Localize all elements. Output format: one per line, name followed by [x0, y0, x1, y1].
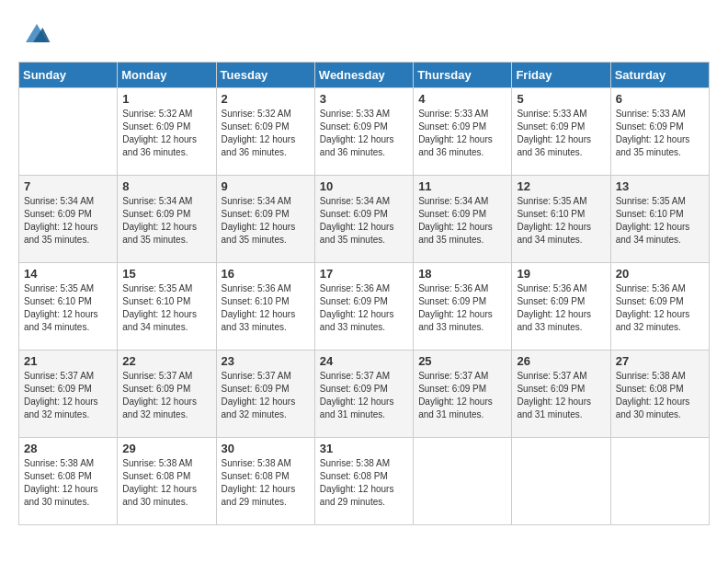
column-header-sunday: Sunday: [19, 63, 118, 88]
calendar-cell: [19, 88, 118, 176]
day-number: 15: [122, 267, 210, 281]
column-header-monday: Monday: [118, 63, 216, 88]
day-number: 4: [418, 92, 506, 106]
calendar-week-row: 21Sunrise: 5:37 AMSunset: 6:09 PMDayligh…: [19, 350, 710, 438]
day-number: 9: [222, 179, 310, 193]
day-number: 31: [320, 442, 408, 455]
calendar-cell: 20Sunrise: 5:36 AMSunset: 6:09 PMDayligh…: [610, 263, 709, 350]
logo: [18, 18, 51, 52]
calendar-cell: [512, 438, 610, 525]
day-number: 1: [122, 92, 210, 106]
day-info: Sunrise: 5:37 AMSunset: 6:09 PMDaylight:…: [24, 370, 112, 421]
day-number: 12: [517, 179, 605, 193]
day-info: Sunrise: 5:34 AMSunset: 6:09 PMDaylight:…: [320, 195, 408, 247]
day-number: 23: [222, 354, 310, 368]
day-number: 18: [418, 267, 506, 281]
calendar-cell: 13Sunrise: 5:35 AMSunset: 6:10 PMDayligh…: [610, 176, 709, 263]
day-number: 8: [122, 179, 210, 193]
page-header: [18, 18, 710, 52]
column-header-wednesday: Wednesday: [314, 63, 413, 88]
day-info: Sunrise: 5:32 AMSunset: 6:09 PMDaylight:…: [222, 108, 310, 159]
day-number: 22: [122, 354, 210, 368]
calendar-cell: 27Sunrise: 5:38 AMSunset: 6:08 PMDayligh…: [610, 350, 709, 438]
day-number: 29: [122, 442, 210, 455]
day-info: Sunrise: 5:38 AMSunset: 6:08 PMDaylight:…: [222, 457, 310, 509]
calendar-cell: 24Sunrise: 5:37 AMSunset: 6:09 PMDayligh…: [314, 350, 413, 438]
calendar-cell: 19Sunrise: 5:36 AMSunset: 6:09 PMDayligh…: [512, 263, 610, 350]
column-header-friday: Friday: [512, 63, 610, 88]
day-number: 13: [616, 179, 704, 193]
calendar-week-row: 14Sunrise: 5:35 AMSunset: 6:10 PMDayligh…: [19, 263, 710, 350]
calendar-week-row: 28Sunrise: 5:38 AMSunset: 6:08 PMDayligh…: [19, 438, 710, 525]
day-number: 6: [616, 92, 704, 106]
day-info: Sunrise: 5:37 AMSunset: 6:09 PMDaylight:…: [122, 370, 210, 421]
day-number: 3: [320, 92, 408, 106]
day-info: Sunrise: 5:38 AMSunset: 6:08 PMDaylight:…: [122, 457, 210, 509]
day-info: Sunrise: 5:33 AMSunset: 6:09 PMDaylight:…: [616, 108, 704, 159]
day-number: 30: [222, 442, 310, 455]
calendar-cell: 1Sunrise: 5:32 AMSunset: 6:09 PMDaylight…: [118, 88, 216, 176]
day-number: 26: [517, 354, 605, 368]
calendar-cell: 28Sunrise: 5:38 AMSunset: 6:08 PMDayligh…: [19, 438, 118, 525]
calendar-header-row: SundayMondayTuesdayWednesdayThursdayFrid…: [19, 63, 710, 88]
calendar-cell: 29Sunrise: 5:38 AMSunset: 6:08 PMDayligh…: [118, 438, 216, 525]
day-info: Sunrise: 5:34 AMSunset: 6:09 PMDaylight:…: [122, 195, 210, 247]
calendar-cell: [414, 438, 512, 525]
day-number: 27: [616, 354, 704, 368]
day-number: 28: [24, 442, 112, 455]
calendar-cell: 25Sunrise: 5:37 AMSunset: 6:09 PMDayligh…: [414, 350, 512, 438]
day-info: Sunrise: 5:38 AMSunset: 6:08 PMDaylight:…: [616, 370, 704, 421]
day-number: 11: [418, 179, 506, 193]
day-info: Sunrise: 5:35 AMSunset: 6:10 PMDaylight:…: [616, 195, 704, 247]
calendar-cell: 17Sunrise: 5:36 AMSunset: 6:09 PMDayligh…: [314, 263, 413, 350]
day-number: 20: [616, 267, 704, 281]
column-header-thursday: Thursday: [414, 63, 512, 88]
calendar-cell: 30Sunrise: 5:38 AMSunset: 6:08 PMDayligh…: [216, 438, 314, 525]
day-info: Sunrise: 5:37 AMSunset: 6:09 PMDaylight:…: [517, 370, 605, 421]
calendar-cell: 16Sunrise: 5:36 AMSunset: 6:10 PMDayligh…: [216, 263, 314, 350]
day-info: Sunrise: 5:36 AMSunset: 6:10 PMDaylight:…: [222, 282, 310, 334]
day-number: 10: [320, 179, 408, 193]
day-number: 7: [24, 179, 112, 193]
day-info: Sunrise: 5:36 AMSunset: 6:09 PMDaylight:…: [320, 282, 408, 334]
calendar-week-row: 7Sunrise: 5:34 AMSunset: 6:09 PMDaylight…: [19, 176, 710, 263]
calendar-cell: 26Sunrise: 5:37 AMSunset: 6:09 PMDayligh…: [512, 350, 610, 438]
logo-icon: [22, 18, 51, 48]
calendar-cell: 11Sunrise: 5:34 AMSunset: 6:09 PMDayligh…: [414, 176, 512, 263]
calendar-week-row: 1Sunrise: 5:32 AMSunset: 6:09 PMDaylight…: [19, 88, 710, 176]
day-info: Sunrise: 5:33 AMSunset: 6:09 PMDaylight:…: [418, 108, 506, 159]
day-info: Sunrise: 5:37 AMSunset: 6:09 PMDaylight:…: [222, 370, 310, 421]
day-info: Sunrise: 5:35 AMSunset: 6:10 PMDaylight:…: [517, 195, 605, 247]
day-number: 5: [517, 92, 605, 106]
calendar-cell: 14Sunrise: 5:35 AMSunset: 6:10 PMDayligh…: [19, 263, 118, 350]
day-info: Sunrise: 5:36 AMSunset: 6:09 PMDaylight:…: [616, 282, 704, 334]
day-info: Sunrise: 5:32 AMSunset: 6:09 PMDaylight:…: [122, 108, 210, 159]
calendar-cell: 15Sunrise: 5:35 AMSunset: 6:10 PMDayligh…: [118, 263, 216, 350]
day-info: Sunrise: 5:35 AMSunset: 6:10 PMDaylight:…: [122, 282, 210, 334]
calendar-cell: 9Sunrise: 5:34 AMSunset: 6:09 PMDaylight…: [216, 176, 314, 263]
day-info: Sunrise: 5:35 AMSunset: 6:10 PMDaylight:…: [24, 282, 112, 334]
calendar-cell: 7Sunrise: 5:34 AMSunset: 6:09 PMDaylight…: [19, 176, 118, 263]
day-info: Sunrise: 5:37 AMSunset: 6:09 PMDaylight:…: [418, 370, 506, 421]
day-info: Sunrise: 5:34 AMSunset: 6:09 PMDaylight:…: [24, 195, 112, 247]
day-info: Sunrise: 5:33 AMSunset: 6:09 PMDaylight:…: [517, 108, 605, 159]
day-info: Sunrise: 5:34 AMSunset: 6:09 PMDaylight:…: [222, 195, 310, 247]
day-number: 14: [24, 267, 112, 281]
day-number: 16: [222, 267, 310, 281]
calendar-cell: 21Sunrise: 5:37 AMSunset: 6:09 PMDayligh…: [19, 350, 118, 438]
day-number: 19: [517, 267, 605, 281]
calendar-cell: 31Sunrise: 5:38 AMSunset: 6:08 PMDayligh…: [314, 438, 413, 525]
day-number: 21: [24, 354, 112, 368]
day-number: 2: [222, 92, 310, 106]
calendar-cell: 12Sunrise: 5:35 AMSunset: 6:10 PMDayligh…: [512, 176, 610, 263]
calendar-cell: 18Sunrise: 5:36 AMSunset: 6:09 PMDayligh…: [414, 263, 512, 350]
calendar-cell: 2Sunrise: 5:32 AMSunset: 6:09 PMDaylight…: [216, 88, 314, 176]
calendar-cell: [610, 438, 709, 525]
calendar-cell: 23Sunrise: 5:37 AMSunset: 6:09 PMDayligh…: [216, 350, 314, 438]
calendar-table: SundayMondayTuesdayWednesdayThursdayFrid…: [18, 62, 710, 525]
day-info: Sunrise: 5:36 AMSunset: 6:09 PMDaylight:…: [418, 282, 506, 334]
day-number: 17: [320, 267, 408, 281]
calendar-cell: 8Sunrise: 5:34 AMSunset: 6:09 PMDaylight…: [118, 176, 216, 263]
day-info: Sunrise: 5:34 AMSunset: 6:09 PMDaylight:…: [418, 195, 506, 247]
day-info: Sunrise: 5:37 AMSunset: 6:09 PMDaylight:…: [320, 370, 408, 421]
